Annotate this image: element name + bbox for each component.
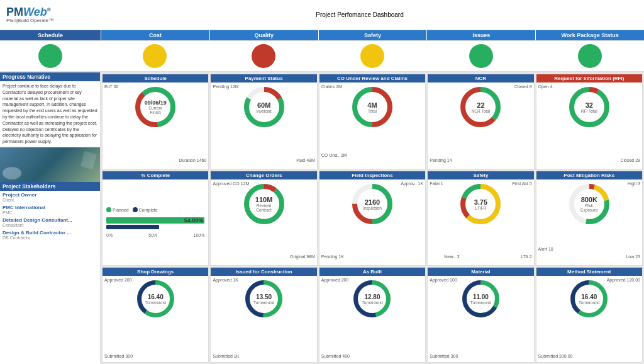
stakeholder-role-3: DB Contractor: [3, 236, 97, 240]
ncr-closed-label: Closed 8: [514, 84, 532, 89]
logo-subtitle: Plan|Build Operate™: [6, 18, 82, 23]
rfi-label: RFI Total: [581, 109, 597, 113]
page-title: Project Perfomance Dashboard: [82, 11, 638, 18]
ifc-label: Turnaround: [253, 300, 274, 305]
safety-card: Safety Fatal 1 First Aid 5 3.75 LTIFR: [427, 171, 534, 266]
quality-indicator: [252, 44, 275, 68]
stakeholder-role-2: Consultant: [3, 223, 97, 227]
rfi-card: Request for Information (RFI) Open 4 32 …: [536, 74, 643, 169]
schedule-value: 09/06/19: [145, 100, 167, 106]
ifc-card: Issued for Construction Approved 1K 13.5…: [210, 267, 317, 363]
progress-bars: 54.00%: [106, 217, 204, 229]
schedule-card: Schedule EoT 60 09/06/19 Current Finish: [102, 74, 209, 169]
co-claims-label: Claims 2M: [321, 84, 342, 89]
safety-label: LTIFR: [474, 205, 487, 210]
pm-title: Post Mitigation Risks: [536, 171, 642, 179]
narrative-title: Progress Narrative: [0, 72, 100, 81]
pm-low-label: Low 23: [626, 254, 640, 259]
co-orders-label: Revised Contract: [253, 203, 275, 212]
pm-high-label: High 3: [628, 181, 640, 186]
as-built-card: As Built Approved 200 12.80 Turnaround: [319, 267, 426, 363]
stakeholders-section: Project Stakeholders Project Owner Clien…: [0, 182, 100, 364]
ab-approved-label: Approved 200: [321, 278, 349, 282]
wps-indicator: [578, 44, 602, 68]
project-image: [0, 147, 100, 182]
safety-firstaid-label: First Aid 5: [512, 181, 531, 186]
ab-title: As Built: [319, 268, 425, 276]
ms-label: Turnaround: [579, 300, 599, 305]
pm-label: Risk Exposure: [578, 203, 600, 212]
complete-bar: [106, 225, 159, 229]
ab-label: Turnaround: [362, 300, 382, 305]
ms-approved-label: Approved 120.00: [607, 278, 640, 282]
payment-pending-label: Pending 12M: [213, 84, 238, 89]
ncr-label: NCR Total: [472, 109, 491, 113]
stakeholder-item-3: Design & Build Contractor ... DB Contrac…: [0, 229, 100, 241]
safety-title: Safety: [428, 171, 533, 179]
pm-alert-label: Alert 10: [538, 247, 553, 251]
schedule-indicator: [38, 44, 62, 68]
co-original-label: Original 98M: [290, 254, 315, 259]
sd-title: Shop Drawings: [103, 268, 208, 276]
pct-title: % Complete: [103, 171, 208, 179]
stakeholder-name-1: PMC International: [3, 205, 97, 210]
sd-label: Turnaround: [145, 300, 166, 305]
ncr-card: NCR Closed 8 22 NCR Total Pending: [427, 74, 534, 169]
co-card-title: Change Orders: [211, 171, 316, 179]
ms-submitted-label: Submitted 200.00: [538, 354, 573, 358]
mat-value: 11.00: [470, 293, 491, 300]
payment-value: 60M: [256, 101, 271, 109]
issues-indicator: [469, 44, 493, 68]
ifc-title: Issued for Construction: [211, 268, 316, 276]
pm-value: 800K: [578, 196, 600, 203]
stakeholders-title: Project Stakeholders: [0, 182, 100, 191]
rfi-closed-label: Closed 28: [620, 158, 640, 162]
pct-complete-card: % Complete Planned Complete: [102, 171, 209, 266]
header-wps: Work Package Status: [535, 30, 644, 40]
ncr-pending-label: Pending 14: [430, 158, 452, 162]
rfi-title: Request for Information (RFI): [536, 74, 642, 82]
schedule-eot-label: EoT 60: [104, 84, 118, 89]
material-card: Material Approved 100 11.00 Turnaround: [427, 267, 534, 363]
fi-label: Inspection: [363, 205, 382, 210]
safety-value: 3.75: [474, 198, 487, 205]
planned-legend-label: Planned: [113, 208, 129, 212]
co-value: 4M: [367, 101, 377, 109]
fi-value: 2160: [363, 198, 382, 205]
ncr-value: 22: [472, 101, 491, 109]
stakeholder-role-0: Client: [3, 198, 97, 202]
rfi-open-label: Open 4: [538, 84, 553, 89]
fi-pending-label: Pending 1K: [321, 254, 344, 259]
stakeholder-name-2: Detailed Design Consultant...: [3, 217, 97, 223]
pct-axis-0: 0%: [106, 233, 113, 237]
safety-indicator: [360, 44, 384, 68]
ms-value: 16.40: [579, 293, 599, 300]
cost-indicator: [143, 44, 167, 68]
safety-fatal-label: Fatal 1: [430, 181, 443, 186]
narrative-text: Project continue to face delays due to C…: [0, 81, 100, 147]
co-title: CO Under Review and Claims: [319, 74, 425, 82]
fi-title: Field Inspections: [319, 171, 425, 179]
payment-paid-label: Paid 48M: [296, 158, 315, 162]
complete-legend-dot: [133, 207, 138, 212]
co-label: Total: [367, 109, 377, 113]
sd-submitted-label: Submitted 300: [104, 354, 133, 358]
planned-legend: Planned: [106, 207, 129, 212]
shop-drawings-card: Shop Drawings Approved 200 16.40 Turnaro…: [102, 267, 209, 363]
stakeholder-name-0: Project Owner: [3, 192, 97, 198]
stakeholder-name-3: Design & Build Contractor ...: [3, 230, 97, 236]
indicator-row: [0, 41, 644, 72]
header-cost: Cost: [101, 30, 209, 40]
payment-card: Payment Status Pending 12M 60M Invoiced: [210, 74, 317, 169]
complete-legend-label: Complete: [139, 208, 158, 212]
mat-title: Material: [428, 268, 533, 276]
ifc-value: 13.50: [253, 293, 274, 300]
ab-submitted-label: Submitted 400: [321, 354, 350, 358]
pct-axis-50: 50%: [148, 233, 157, 237]
mat-approved-label: Approved 100: [430, 278, 457, 282]
safety-near-label: Near.. 3: [444, 254, 460, 259]
rfi-value: 32: [581, 101, 597, 109]
payment-title: Payment Status: [211, 74, 316, 82]
co-orders-value: 110M: [253, 196, 275, 203]
mat-submitted-label: Submitted 300: [430, 354, 458, 358]
